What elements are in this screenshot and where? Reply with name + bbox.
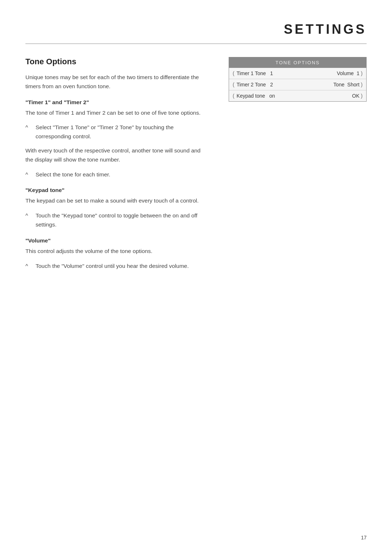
row-value-2: Tone <box>334 82 344 87</box>
row-label-1: Timer 1 Tone 1 <box>237 70 337 76</box>
row-label-2: Timer 2 Tone 2 <box>237 82 334 87</box>
right-column: TONE OPTIONS ( Timer 1 Tone 1 Volume 1 )… <box>229 57 367 102</box>
paren-left-2: ( <box>233 82 234 87</box>
timer-desc: The tone of Timer 1 and Timer 2 can be s… <box>25 109 207 118</box>
row-value-1: Volume <box>337 70 354 76</box>
intro-text: Unique tones may be set for each of the … <box>25 73 207 91</box>
keypad-heading: "Keypad tone" <box>25 187 207 193</box>
row-sub-3: OK <box>352 93 359 99</box>
timer-bullet-2: Select the tone for each timer. <box>25 170 207 179</box>
tone-options-panel: TONE OPTIONS ( Timer 1 Tone 1 Volume 1 )… <box>229 57 367 102</box>
page-title: SETTINGS <box>25 22 367 37</box>
paren-left-3: ( <box>233 93 234 99</box>
header-divider <box>25 44 367 44</box>
content-area: Tone Options Unique tones may be set for… <box>25 57 367 276</box>
panel-row-1: ( Timer 1 Tone 1 Volume 1 ) <box>229 68 366 79</box>
row-sub-1: 1 <box>355 70 360 76</box>
paren-left-1: ( <box>233 70 234 76</box>
timer-heading: "Timer 1" and "Timer 2" <box>25 99 207 106</box>
left-column: Tone Options Unique tones may be set for… <box>25 57 207 276</box>
paren-right-3: ) <box>361 93 363 99</box>
page-header: SETTINGS <box>25 22 367 37</box>
section-title: Tone Options <box>25 57 207 66</box>
panel-row-3: ( Keypad tone on OK ) <box>229 90 366 101</box>
row-label-3: Keypad tone on <box>237 93 351 99</box>
volume-heading: "Volume" <box>25 237 207 244</box>
keypad-bullet: Touch the "Keypad tone" control to toggl… <box>25 211 207 229</box>
keypad-desc: The keypad can be set to make a sound wi… <box>25 196 207 205</box>
volume-desc: This control adjusts the volume of the t… <box>25 247 207 256</box>
page-number: 17 <box>361 535 367 540</box>
page: SETTINGS Tone Options Unique tones may b… <box>0 0 392 555</box>
volume-bullet: Touch the "Volume" control until you hea… <box>25 262 207 271</box>
row-sub-2: Short <box>346 82 359 87</box>
panel-row-2: ( Timer 2 Tone 2 Tone Short ) <box>229 79 366 90</box>
paren-right-1: ) <box>361 70 363 76</box>
timer-desc-2: With every touch of the respective contr… <box>25 146 207 164</box>
panel-header: TONE OPTIONS <box>229 57 366 68</box>
paren-right-2: ) <box>361 82 363 87</box>
timer-bullet-1: Select "Timer 1 Tone" or "Timer 2 Tone" … <box>25 123 207 141</box>
